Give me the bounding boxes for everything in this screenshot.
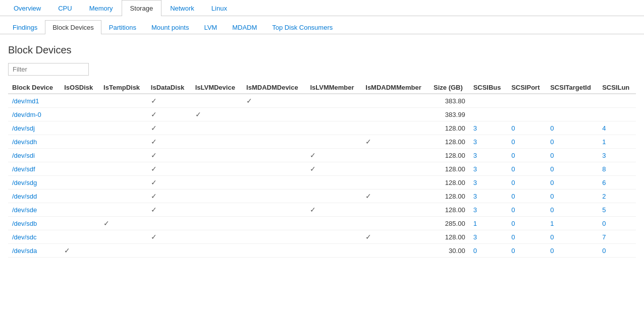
table-cell: [361, 108, 430, 121]
table-cell[interactable]: /dev/sdf: [8, 162, 60, 176]
table-cell: [191, 149, 242, 162]
table-cell: 3: [469, 121, 508, 135]
table-cell[interactable]: /dev/sdj: [8, 121, 60, 135]
table-cell: ✓: [147, 121, 191, 135]
table-cell[interactable]: /dev/dm-0: [8, 108, 60, 121]
table-cell: [242, 217, 306, 230]
table-cell: 0: [546, 176, 598, 189]
col-header-block-device: Block Device: [8, 82, 60, 94]
table-cell: [361, 162, 430, 176]
sub-nav-item-findings[interactable]: Findings: [5, 20, 45, 34]
table-cell: ✓: [99, 217, 147, 230]
table-cell: 0: [598, 244, 636, 258]
table-cell: [242, 162, 306, 176]
table-cell: 0: [507, 135, 546, 149]
table-cell[interactable]: /dev/sdc: [8, 230, 60, 244]
table-cell: [242, 135, 306, 149]
table-cell: [60, 149, 99, 162]
sub-nav-item-mount-points[interactable]: Mount points: [144, 20, 196, 34]
table-cell: 383.80: [430, 94, 469, 108]
table-cell[interactable]: /dev/sde: [8, 203, 60, 217]
table-cell: 128.00: [430, 230, 469, 244]
table-cell: 0: [507, 189, 546, 203]
table-cell: [60, 230, 99, 244]
table-cell: ✓: [147, 162, 191, 176]
filter-input[interactable]: [8, 63, 89, 76]
table-cell: 0: [546, 149, 598, 162]
sub-nav-item-block-devices[interactable]: Block Devices: [45, 20, 101, 34]
sub-nav-item-top-disk-consumers[interactable]: Top Disk Consumers: [264, 20, 340, 34]
table-cell: ✓: [147, 189, 191, 203]
table-cell: [306, 189, 361, 203]
top-nav-item-linux[interactable]: Linux: [203, 0, 236, 16]
table-cell: [306, 94, 361, 108]
table-cell: 8: [598, 162, 636, 176]
table-cell: [306, 108, 361, 121]
table-cell: [60, 203, 99, 217]
table-row: /dev/sdc✓✓128.003007: [8, 230, 636, 244]
table-cell[interactable]: /dev/sda: [8, 244, 60, 258]
table-cell: [361, 176, 430, 189]
table-row: /dev/sde✓✓128.003005: [8, 203, 636, 217]
table-cell: [60, 108, 99, 121]
table-cell[interactable]: /dev/sdh: [8, 135, 60, 149]
table-cell[interactable]: /dev/sdg: [8, 176, 60, 189]
table-cell: [191, 230, 242, 244]
table-cell: ✓: [361, 230, 430, 244]
table-cell: [469, 108, 508, 121]
table-cell: 3: [469, 203, 508, 217]
top-nav-item-overview[interactable]: Overview: [5, 0, 49, 16]
sub-nav-item-lvm[interactable]: LVM: [196, 20, 225, 34]
table-cell: ✓: [147, 94, 191, 108]
table-cell: 1: [546, 217, 598, 230]
table-cell: [242, 230, 306, 244]
table-row: /dev/md1✓✓383.80: [8, 94, 636, 108]
table-cell[interactable]: /dev/sdi: [8, 149, 60, 162]
table-cell: [242, 189, 306, 203]
table-cell: 0: [507, 217, 546, 230]
table-cell: [361, 217, 430, 230]
table-cell[interactable]: /dev/md1: [8, 94, 60, 108]
table-cell: ✓: [306, 162, 361, 176]
col-header-islvmdevice: IsLVMDevice: [191, 82, 242, 94]
table-cell: [99, 203, 147, 217]
table-cell: [469, 94, 508, 108]
top-nav: OverviewCPUMemoryStorageNetworkLinux: [0, 0, 644, 16]
table-cell[interactable]: /dev/sdb: [8, 217, 60, 230]
table-cell: [242, 176, 306, 189]
table-cell: [99, 176, 147, 189]
table-cell: [191, 176, 242, 189]
sub-nav-item-mdadm[interactable]: MDADM: [225, 20, 264, 34]
table-cell: [147, 244, 191, 258]
table-cell: [191, 203, 242, 217]
table-cell: 0: [507, 162, 546, 176]
col-header-scsitargetid: SCSITargetId: [546, 82, 598, 94]
top-nav-item-cpu[interactable]: CPU: [49, 0, 80, 16]
table-cell: 2: [598, 189, 636, 203]
col-header-scsilun: SCSILun: [598, 82, 636, 94]
page-title: Block Devices: [8, 44, 636, 56]
table-cell: [306, 217, 361, 230]
top-nav-item-network[interactable]: Network: [162, 0, 203, 16]
table-cell: 0: [598, 217, 636, 230]
table-cell: [242, 244, 306, 258]
table-cell: 128.00: [430, 121, 469, 135]
table-cell: 0: [507, 230, 546, 244]
top-nav-item-storage[interactable]: Storage: [122, 0, 162, 16]
table-cell: ✓: [147, 203, 191, 217]
table-cell: 0: [546, 189, 598, 203]
table-cell: 7: [598, 230, 636, 244]
col-header-scsiport: SCSIPort: [507, 82, 546, 94]
top-nav-item-memory[interactable]: Memory: [81, 0, 122, 16]
table-cell: [191, 189, 242, 203]
table-cell: [191, 162, 242, 176]
table-cell: [242, 121, 306, 135]
sub-nav-item-partitions[interactable]: Partitions: [101, 20, 144, 34]
table-cell: [99, 108, 147, 121]
table-cell: ✓: [147, 135, 191, 149]
table-cell: 0: [546, 244, 598, 258]
table-cell[interactable]: /dev/sdd: [8, 189, 60, 203]
table-cell: [598, 94, 636, 108]
table-cell: 128.00: [430, 135, 469, 149]
table-cell: 0: [469, 244, 508, 258]
